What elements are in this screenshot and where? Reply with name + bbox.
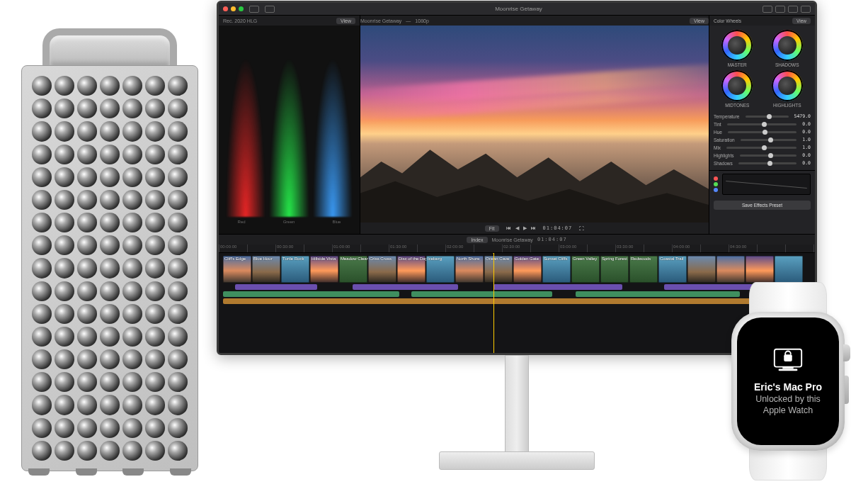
keyword-editor-icon[interactable]	[265, 6, 275, 13]
timeline-timecode[interactable]: 01:04:07	[537, 237, 567, 242]
svg-rect-3	[784, 355, 792, 362]
color-wheel-shadows[interactable]: SHADOWS	[764, 30, 811, 67]
slider-mix[interactable]: Mix1.0	[714, 145, 811, 150]
zoom-button[interactable]	[239, 6, 244, 11]
slider-track[interactable]	[727, 123, 797, 125]
window-controls[interactable]	[223, 6, 244, 11]
color-wheel-highlights[interactable]: HIGHLIGHTS	[764, 70, 811, 108]
slider-track[interactable]	[740, 154, 797, 157]
color-curves-section	[709, 170, 815, 198]
slider-track[interactable]	[746, 116, 789, 118]
ruler-tick: 01:00:00	[332, 244, 389, 252]
save-effects-preset-button[interactable]: Save Effects Preset	[714, 201, 811, 210]
timeline-clip[interactable]: Coastal Trail	[658, 256, 687, 283]
digital-crown[interactable]	[843, 344, 850, 361]
slider-track[interactable]	[738, 162, 797, 164]
timeline-clip[interactable]: North Shore	[455, 256, 484, 283]
import-media-icon[interactable]	[249, 6, 259, 13]
aud1-clip[interactable]	[411, 291, 552, 297]
inspector-layout-icon[interactable]	[788, 6, 798, 13]
timeline-clip[interactable]: Green Valley	[571, 256, 600, 283]
curve-channel-selector[interactable]	[714, 176, 718, 192]
aud2-clip[interactable]	[223, 298, 782, 304]
timeline-clip[interactable]: Redwoods	[629, 256, 658, 283]
browser-layout-icon[interactable]	[763, 6, 772, 13]
primary-storyline[interactable]: Cliff's EdgeBlue HourTurtle RockHillside…	[223, 256, 811, 283]
timeline-clip[interactable]: Spring Forest	[600, 256, 629, 283]
slider-value: 0.0	[802, 121, 811, 127]
title-clip[interactable]	[353, 284, 458, 290]
timeline-clip[interactable]: Ocean Cave	[484, 256, 513, 283]
viewer-timecode[interactable]: 01:04:07	[543, 225, 573, 231]
hue-curve-editor[interactable]	[722, 174, 811, 195]
fcp-main-area: Rec. 2020 HLG View Red Green Blue	[219, 16, 815, 234]
title-clip[interactable]	[493, 284, 623, 290]
scopes-format-label: Rec. 2020 HLG	[223, 18, 257, 23]
timeline-layout-icon[interactable]	[775, 6, 785, 13]
timeline-clip[interactable]: Turtle Rock	[281, 256, 309, 283]
zoom-fit-menu[interactable]: Fit	[485, 225, 499, 232]
play-icon[interactable]: ▶	[523, 225, 527, 231]
slider-value: 0.0	[802, 129, 811, 135]
watch-notification-title: Eric's Mac Pro	[754, 381, 822, 393]
timeline-clip[interactable]: Golden Gate	[513, 256, 542, 283]
timeline-clip[interactable]: Iceberg	[426, 256, 455, 283]
slider-track[interactable]	[728, 131, 796, 133]
timeline-clip[interactable]	[746, 256, 774, 283]
parade-green-channel	[269, 57, 309, 217]
curve-red-channel[interactable]	[714, 176, 718, 181]
timeline-clip[interactable]	[716, 256, 745, 283]
go-to-end-icon[interactable]: ⏭	[531, 225, 536, 231]
inspector-view-menu[interactable]: View	[792, 18, 811, 24]
curve-blue-channel[interactable]	[714, 188, 718, 192]
slider-shadows[interactable]: Shadows0.0	[714, 160, 811, 166]
scope-axis-labels: Red Green Blue	[219, 220, 360, 231]
title-clip[interactable]	[235, 284, 317, 290]
timeline-clip[interactable]	[687, 256, 716, 283]
slider-value: 0.0	[802, 160, 811, 166]
inspector-title: Color Wheels	[714, 18, 741, 23]
color-inspector-panel: Color Wheels View MASTERSHADOWSMIDTONESH…	[709, 16, 815, 234]
timeline-ruler[interactable]: 00:00:0000:30:0001:00:0001:30:0002:00:00…	[219, 244, 815, 253]
timeline-clip[interactable]: Sunset Cliffs	[542, 256, 571, 283]
scopes-view-menu[interactable]: View	[336, 18, 355, 24]
aud1-clip[interactable]	[223, 291, 399, 297]
timeline-clip[interactable]: Disc of the Day	[397, 256, 426, 283]
ruler-tick: 01:30:00	[389, 244, 445, 252]
timeline-clip[interactable]: Criss Cross	[368, 256, 396, 283]
timeline-clip[interactable]: Blue Hour	[252, 256, 280, 283]
watch-screen[interactable]: Eric's Mac Pro Unlocked by this Apple Wa…	[737, 317, 839, 445]
clip-name-label: Iceberg	[428, 257, 442, 261]
slider-highlights[interactable]: Highlights0.0	[714, 152, 811, 158]
timeline-clip[interactable]: Hillside Vista	[310, 256, 338, 283]
parade-blue-channel	[313, 57, 353, 217]
viewer-view-menu[interactable]: View	[690, 18, 709, 24]
aud1-clip[interactable]	[576, 291, 740, 297]
slider-temperature[interactable]: Temperature5479.0	[714, 113, 811, 119]
slider-label: Temperature	[714, 114, 740, 119]
watch-side-button[interactable]	[845, 376, 849, 404]
color-wheel-label: HIGHLIGHTS	[773, 103, 801, 108]
share-icon[interactable]	[801, 6, 811, 13]
slider-tint[interactable]: Tint0.0	[714, 121, 811, 127]
viewer-canvas[interactable]	[360, 26, 709, 223]
slider-track[interactable]	[741, 139, 797, 141]
timeline-index-button[interactable]: Index	[467, 237, 487, 243]
close-button[interactable]	[223, 6, 228, 11]
slider-value: 5479.0	[794, 113, 811, 119]
slider-track[interactable]	[726, 147, 796, 149]
timeline-clip[interactable]	[775, 256, 803, 283]
go-to-start-icon[interactable]: ⏮	[506, 225, 511, 231]
play-backward-icon[interactable]: ◀	[515, 225, 519, 231]
minimize-button[interactable]	[231, 6, 236, 11]
color-wheel-midtones[interactable]: MIDTONES	[714, 70, 761, 108]
color-wheel-master[interactable]: MASTER	[714, 30, 761, 67]
timeline-clip[interactable]: Cliff's Edge	[223, 256, 251, 283]
fullscreen-icon[interactable]: ⛶	[579, 226, 584, 231]
timeline-clip[interactable]: Meadow Clearing	[339, 256, 367, 283]
playhead[interactable]	[493, 253, 494, 353]
slider-hue[interactable]: Hue0.0	[714, 129, 811, 135]
slider-saturation[interactable]: Saturation1.0	[714, 137, 811, 142]
viewer-transport-bar: Fit ⏮ ◀ ▶ ⏭ 01:04:07 ⛶	[360, 223, 709, 234]
curve-green-channel[interactable]	[714, 182, 718, 186]
